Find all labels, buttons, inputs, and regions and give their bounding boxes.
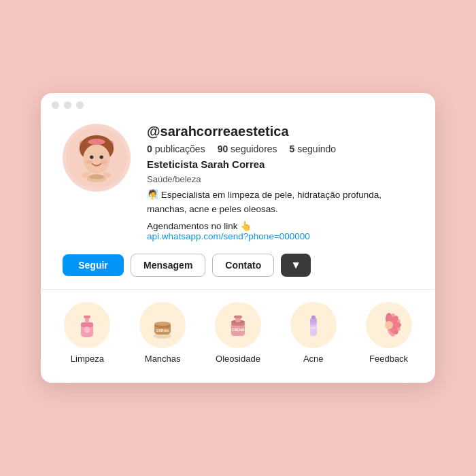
browser-window: @sarahcorreaestetica 0 publicações 90 se… [41,93,435,383]
svg-text:SKIN: SKIN [310,326,316,330]
highlights-row: Limpeza SARAH Manchas [41,302,435,364]
svg-rect-28 [234,316,242,318]
highlight-oleosidade: CREAM Oleosidade [207,302,269,364]
svg-point-6 [86,160,92,164]
avatar [63,124,131,192]
chevron-icon: ▼ [290,259,301,271]
window-dot-3 [76,101,84,109]
followers-count: 90 [218,143,228,154]
svg-point-5 [100,156,103,159]
titlebar [41,93,435,117]
highlight-manchas: SARAH Manchas [132,302,193,364]
highlight-label-manchas: Manchas [145,354,181,364]
svg-point-17 [84,326,90,333]
following-stat: 5 seguindo [290,143,337,154]
svg-text:CREAM: CREAM [232,328,244,332]
contact-button[interactable]: Contato [212,254,274,277]
highlight-label-acne: Acne [303,354,324,364]
window-dot-1 [52,101,59,109]
publications-stat: 0 publicações [147,143,205,154]
schedule-label: Agendamentos no link 👆 [147,221,252,231]
following-count: 5 [290,143,295,154]
window-dot-2 [64,101,71,109]
message-button[interactable]: Mensagem [131,254,205,277]
whatsapp-link[interactable]: api.whatsapp.com/send?phone=000000 [147,231,310,241]
svg-rect-33 [310,322,317,325]
highlight-feedback: Feedback [358,302,420,364]
following-label: seguindo [297,143,336,154]
svg-point-7 [101,160,107,164]
publications-count: 0 [147,143,152,154]
follow-button[interactable]: Seguir [63,254,124,276]
schedule-text: Agendamentos no link 👆 api.whatsapp.com/… [147,220,413,241]
highlight-circle-oleosidade[interactable]: CREAM [215,302,261,348]
publications-label: publicações [155,143,205,154]
highlight-circle-manchas[interactable]: SARAH [139,302,186,348]
highlight-circle-acne[interactable]: SKIN [290,302,337,348]
highlight-acne: SKIN Acne [283,302,344,364]
svg-rect-31 [311,316,316,319]
divider [41,289,435,290]
profile-info: @sarahcorreaestetica 0 publicações 90 se… [147,124,413,241]
highlight-label-limpeza: Limpeza [71,354,104,364]
chevron-button[interactable]: ▼ [281,254,311,277]
highlight-circle-limpeza[interactable] [64,302,110,348]
svg-rect-30 [310,318,317,323]
svg-rect-14 [81,322,93,327]
stats-row: 0 publicações 90 seguidores 5 seguindo [147,143,413,154]
svg-point-3 [83,144,110,173]
username: @sarahcorreaestetica [147,124,413,139]
followers-label: seguidores [231,143,277,154]
svg-point-10 [89,175,104,180]
svg-point-22 [154,322,171,326]
display-name: Esteticista Sarah Correa [147,158,413,170]
highlight-circle-feedback[interactable] [366,302,412,348]
category: Saúde/beleza [147,174,413,184]
profile-section: @sarahcorreaestetica 0 publicações 90 se… [41,117,435,254]
svg-point-4 [90,156,93,159]
svg-point-8 [88,139,105,145]
highlight-limpeza: Limpeza [56,302,118,364]
followers-stat: 90 seguidores [218,143,277,154]
svg-text:SARAH: SARAH [156,328,169,333]
svg-point-42 [385,321,393,329]
buttons-row: Seguir Mensagem Contato ▼ [41,254,435,289]
bio: 🧖 Especialista em limpeza de pele, hidra… [147,188,413,216]
highlight-label-feedback: Feedback [369,354,408,364]
svg-rect-16 [84,316,90,318]
highlight-label-oleosidade: Oleosidade [216,354,260,364]
